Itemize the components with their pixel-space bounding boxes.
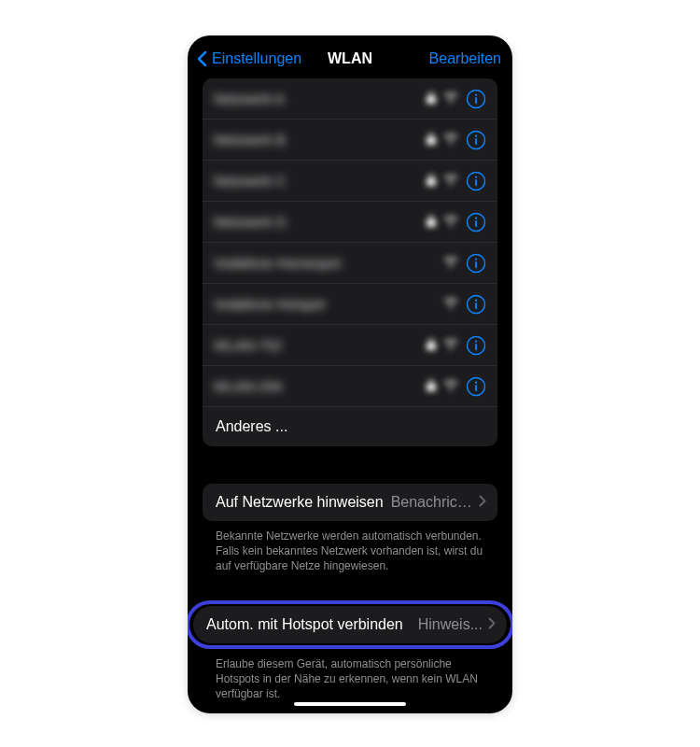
ask-to-join-value: Benachrichti... [391, 494, 473, 511]
lock-icon [427, 173, 436, 190]
network-name: WLAN-752 [214, 337, 282, 353]
nav-bar: Einstellungen WLAN Bearbeiten [188, 35, 512, 78]
wifi-icon [443, 296, 458, 313]
info-icon[interactable] [466, 171, 486, 191]
home-indicator[interactable] [294, 702, 406, 706]
highlighted-setting: Autom. mit Hotspot verbinden Hinweis... [188, 600, 512, 649]
lock-icon [427, 378, 436, 395]
svg-point-16 [475, 299, 477, 301]
svg-rect-17 [475, 303, 477, 309]
lock-icon [427, 91, 436, 107]
page-title: WLAN [328, 50, 372, 67]
svg-rect-5 [475, 138, 477, 145]
svg-rect-20 [475, 344, 477, 350]
networks-list: Netzwerk ANetzwerk BNetzwerk CNetzwerk D… [203, 78, 497, 446]
svg-rect-8 [475, 179, 477, 186]
network-icons [427, 130, 486, 150]
wifi-icon [443, 173, 458, 190]
other-network-row[interactable]: Anderes ... [203, 407, 497, 446]
ask-to-join-row[interactable]: Auf Netzwerke hinweisen Benachrichti... [203, 484, 497, 521]
network-name: WLAN-294 [214, 378, 282, 394]
svg-rect-23 [475, 385, 477, 391]
network-row[interactable]: Netzwerk C [203, 161, 497, 202]
network-name: Vodafone Homespot [214, 255, 341, 271]
network-name: Vodafone Hotspot [214, 296, 325, 312]
auto-hotspot-label: Autom. mit Hotspot verbinden [206, 616, 403, 633]
info-icon[interactable] [466, 376, 486, 397]
network-row[interactable]: WLAN-752 [203, 325, 497, 366]
info-icon[interactable] [466, 89, 486, 109]
lock-icon [427, 337, 436, 354]
network-name: Netzwerk C [214, 173, 287, 189]
network-row[interactable]: WLAN-294 [203, 366, 497, 407]
device-frame: Einstellungen WLAN Bearbeiten Netzwerk A… [188, 35, 512, 713]
svg-point-1 [475, 93, 477, 95]
network-icons [443, 294, 486, 315]
info-icon[interactable] [466, 130, 486, 150]
svg-rect-2 [475, 97, 477, 104]
network-name: Netzwerk B [214, 132, 286, 148]
back-label: Einstellungen [212, 50, 301, 67]
wifi-icon [443, 91, 458, 107]
svg-rect-14 [475, 261, 477, 268]
svg-point-19 [475, 340, 477, 342]
wifi-icon [443, 337, 458, 354]
ask-to-join-footer: Bekannte Netzwerke werden automatisch ve… [203, 521, 497, 574]
svg-rect-11 [475, 220, 477, 227]
info-icon[interactable] [466, 212, 486, 233]
lock-icon [427, 214, 436, 231]
network-name: Netzwerk A [214, 91, 285, 106]
auto-hotspot-row[interactable]: Autom. mit Hotspot verbinden Hinweis... [193, 606, 507, 643]
wifi-icon [443, 132, 458, 148]
back-button[interactable]: Einstellungen [195, 49, 301, 69]
chevron-right-icon [488, 616, 496, 633]
wifi-icon [443, 378, 458, 395]
info-icon[interactable] [466, 253, 486, 274]
wifi-icon [443, 214, 458, 231]
ask-to-join-label: Auf Netzwerke hinweisen [216, 494, 384, 511]
network-icons [443, 253, 486, 274]
network-icons [427, 212, 486, 233]
chevron-right-icon [479, 494, 486, 511]
auto-hotspot-value: Hinweis... [418, 616, 483, 633]
chevron-left-icon [195, 49, 208, 69]
network-row[interactable]: Vodafone Hotspot [203, 284, 497, 325]
info-icon[interactable] [466, 294, 486, 315]
svg-point-10 [475, 217, 477, 218]
info-icon[interactable] [466, 335, 486, 356]
auto-hotspot-footer: Erlaube diesem Gerät, automatisch persön… [203, 649, 497, 702]
network-row[interactable]: Netzwerk A [203, 78, 497, 120]
svg-point-22 [475, 381, 477, 383]
edit-button[interactable]: Bearbeiten [429, 50, 501, 67]
svg-point-4 [475, 134, 477, 136]
network-row[interactable]: Netzwerk D [203, 202, 497, 243]
network-name: Netzwerk D [214, 214, 287, 230]
svg-point-13 [475, 258, 477, 260]
network-icons [427, 89, 486, 109]
network-icons [427, 335, 486, 356]
network-icons [427, 376, 486, 397]
network-row[interactable]: Netzwerk B [203, 120, 497, 161]
wifi-icon [443, 255, 458, 272]
network-icons [427, 171, 486, 191]
svg-point-7 [475, 176, 477, 177]
network-row[interactable]: Vodafone Homespot [203, 243, 497, 284]
lock-icon [427, 132, 436, 148]
